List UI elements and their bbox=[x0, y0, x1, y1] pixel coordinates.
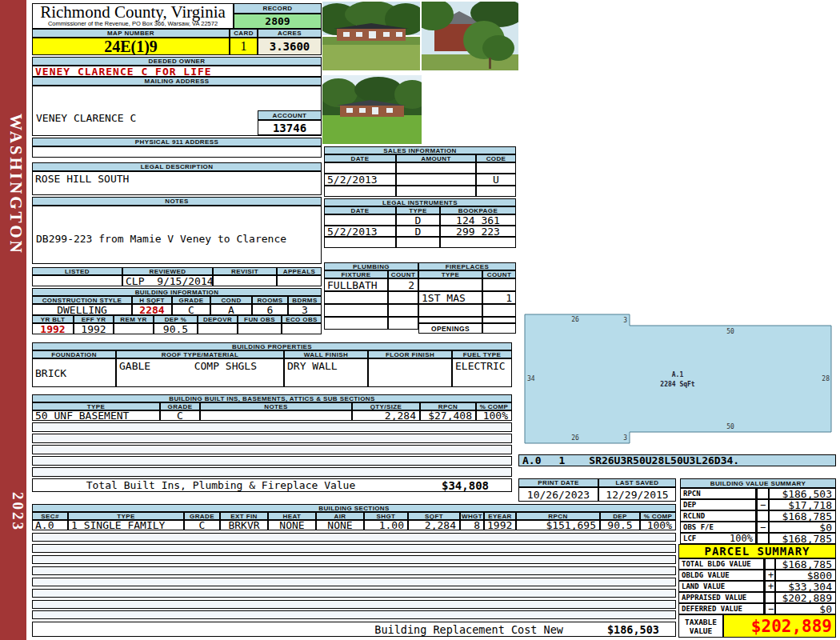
empty-row bbox=[32, 533, 676, 542]
building-value-summary-label: BUILDING VALUE SUMMARY bbox=[680, 478, 836, 488]
sec-eyear-label: EYEAR bbox=[484, 512, 516, 520]
empty-row bbox=[32, 422, 512, 432]
sales-row-date: 5/2/2013 bbox=[324, 174, 396, 186]
effyr-label: EFF YR bbox=[74, 315, 114, 323]
ps-taxable-label: TAXABLE VALUE bbox=[678, 614, 723, 638]
openings-label: OPENINGS bbox=[418, 323, 482, 334]
sec-rpcn-label: RPCN bbox=[516, 512, 600, 520]
empty-row bbox=[32, 456, 512, 466]
building-information-label: BUILDING INFORMATION bbox=[32, 288, 322, 296]
record-label: RECORD bbox=[234, 3, 322, 14]
county-subtitle: Commissioner of the Revenue, PO Box 366,… bbox=[33, 20, 233, 27]
vs-lcf-pct: 100% bbox=[730, 533, 753, 544]
sales-row-date bbox=[324, 162, 396, 174]
last-saved-value: 12/29/2015 bbox=[598, 487, 676, 502]
instrument-row-bookpage: 124 361 bbox=[440, 214, 516, 226]
fireplace-spacer bbox=[418, 317, 482, 323]
sec-type-value: 1 SINGLE FAMILY bbox=[68, 520, 184, 530]
fireplace-count-value: 1 bbox=[482, 291, 516, 304]
vs-rclnd-sign bbox=[756, 510, 769, 522]
roof-type-value: GABLE bbox=[119, 360, 150, 372]
yrblt-value: 1992 bbox=[32, 323, 74, 334]
builtins-total-value: $34,808 bbox=[442, 479, 489, 492]
replacement-cost-value: $186,503 bbox=[607, 623, 659, 636]
ps-land-label: LAND VALUE bbox=[678, 581, 764, 592]
account-label: ACCOUNT bbox=[258, 110, 322, 120]
sketch-dim-bottom-left: 26 bbox=[571, 434, 579, 442]
deeded-owner-label: DEEDED OWNER bbox=[32, 57, 322, 66]
listed-label: LISTED bbox=[32, 267, 122, 275]
built-ins-label: BUILDING BUILT INS, BASEMENTS, ATTICS & … bbox=[32, 394, 512, 402]
fireplace-type-label: TYPE bbox=[418, 270, 482, 278]
empty-row bbox=[32, 589, 676, 598]
builtins-qty-label: QTY/SIZE bbox=[352, 402, 420, 410]
sales-row-amount bbox=[396, 186, 476, 197]
card-value: 1 bbox=[230, 38, 258, 55]
sketch-dim-right: 28 bbox=[822, 375, 830, 382]
sketch-drawing: 26 3 50 34 28 50 3 26 A.1 2284 SqFt bbox=[524, 314, 832, 444]
instrument-row-date: 5/2/2013 bbox=[324, 226, 396, 237]
fixture-label: FIXTURE bbox=[324, 270, 388, 278]
photo-rear-view-image bbox=[322, 75, 422, 144]
fixture-count-value bbox=[388, 304, 418, 317]
appeals-value bbox=[277, 275, 322, 286]
sec-extfin-value: BRKVR bbox=[220, 520, 268, 530]
ps-land-value: $33,304 bbox=[775, 581, 836, 592]
floor-finish-value: CARPET TILE bbox=[368, 358, 452, 387]
ps-deferred-value: $0 bbox=[775, 603, 836, 614]
notes-line: DB299-223 from Mamie V Veney to Clarence bbox=[36, 233, 286, 246]
empty-row bbox=[32, 544, 676, 553]
sec-whgt-label: WHGT bbox=[460, 512, 484, 520]
physical-address-label: PHYSICAL 911 ADDRESS bbox=[32, 138, 322, 146]
ps-appraised-sign bbox=[764, 592, 775, 603]
sec-comp-label: % COMP bbox=[640, 512, 676, 520]
sketch-section-id: A.0 bbox=[522, 454, 541, 466]
builtins-notes-value bbox=[200, 410, 352, 421]
fixture-count-label: COUNT bbox=[388, 270, 418, 278]
grade-value: C bbox=[172, 304, 210, 315]
building-sections-label: BUILDING SECTIONS bbox=[32, 504, 676, 512]
sales-information-label: SALES INFORMATION bbox=[324, 146, 516, 154]
fixture-value: FULLBATH bbox=[324, 278, 388, 291]
remyr-value bbox=[114, 323, 154, 334]
bdrms-label: BDRMS bbox=[288, 296, 322, 304]
openings-value bbox=[482, 323, 516, 334]
legal-instruments-label: LEGAL INSTRUMENTS bbox=[324, 198, 516, 206]
photo-outbuilding-view bbox=[422, 2, 518, 70]
sales-row-date bbox=[324, 186, 396, 197]
reviewed-value: CLP 9/15/2014 bbox=[122, 275, 213, 286]
roof-label: ROOF TYPE/MATERIAL bbox=[116, 350, 284, 358]
tax-year-label: 2023 bbox=[2, 480, 26, 544]
fireplace-type-value bbox=[418, 304, 482, 317]
empty-row bbox=[32, 610, 676, 619]
wall-finish-value: DRY WALL bbox=[284, 358, 368, 387]
sketch-dim-top-right: 50 bbox=[726, 328, 734, 335]
mailing-address-label: MAILING ADDRESS bbox=[32, 77, 322, 86]
fuel-type-value: ELECTRIC bbox=[452, 358, 512, 387]
sales-row-code: U bbox=[476, 174, 516, 186]
empty-row bbox=[32, 600, 676, 609]
map-number-label: MAP NUMBER bbox=[32, 29, 230, 38]
instrument-row-date bbox=[324, 237, 396, 248]
empty-row bbox=[32, 566, 676, 575]
sec-shgt-label: SHGT bbox=[364, 512, 408, 520]
sec-comp-value: 100% bbox=[640, 520, 676, 530]
dep-pct-value: 90.5 bbox=[154, 323, 198, 334]
fixture-count-value bbox=[388, 291, 418, 304]
fixture-value bbox=[324, 291, 388, 304]
building-properties-label: BUILDING PROPERTIES bbox=[32, 342, 512, 350]
sketch-area-label: A.1 bbox=[672, 371, 684, 378]
construction-style-label: CONSTRUCTION STYLE bbox=[32, 296, 132, 304]
sales-row-code bbox=[476, 186, 516, 197]
revisit-value bbox=[213, 275, 277, 286]
empty-row bbox=[32, 578, 676, 586]
instrument-bookpage-label: BOOKPAGE bbox=[440, 206, 516, 214]
fixture-value bbox=[324, 304, 388, 317]
fuel-type-label: FUEL TYPE bbox=[452, 350, 512, 358]
ps-taxable-value: $202,889 bbox=[723, 614, 836, 638]
sketch-area-sqft: 2284 SqFt bbox=[660, 381, 695, 388]
sec-value: A.0 bbox=[32, 520, 68, 530]
sec-grade-value: C bbox=[184, 520, 220, 530]
vs-lcf-sign bbox=[756, 533, 769, 544]
wall-finish-label: WALL FINISH bbox=[284, 350, 368, 358]
